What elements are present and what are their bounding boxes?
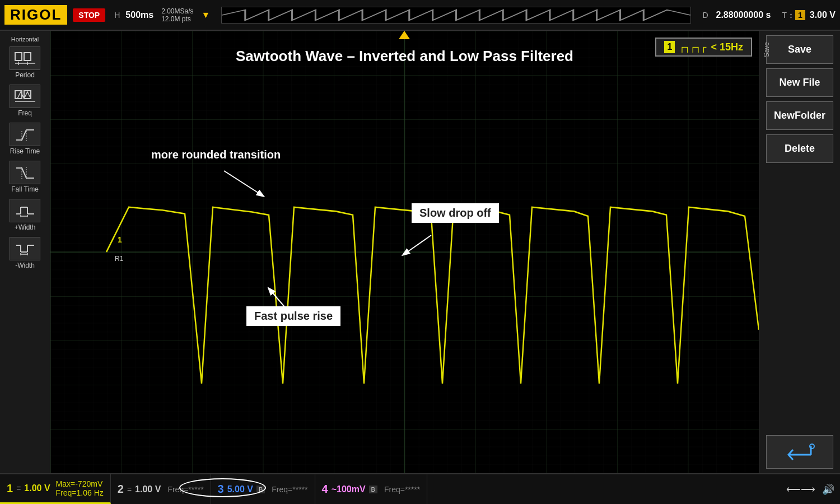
sidebar-item-period[interactable]: Period — [10, 46, 40, 79]
t-ch: 1 — [795, 10, 805, 20]
ch3-voltage: 5.00 V — [227, 484, 253, 494]
ch4-bandwidth: B — [369, 486, 377, 493]
sidebar-item-plus-width[interactable]: +Width — [10, 199, 40, 231]
ch1-freq-reading: Freq=1.06 Hz — [56, 488, 104, 497]
bottom-bar: 1 = 1.00 V Max=-720mV Freq=1.06 Hz 2 = 1… — [0, 473, 840, 504]
ch2-number: 2 — [118, 483, 124, 496]
freq-badge-symbol: ┌┐┌┐┌ — [679, 42, 706, 53]
delete-button[interactable]: Delete — [766, 134, 833, 163]
ch2-voltage: 1.00 V — [135, 484, 161, 494]
ch1-marker: 1 — [118, 235, 122, 244]
scope-grid — [50, 31, 759, 473]
fall-time-icon — [10, 161, 40, 184]
ch1-max-reading: Max=-720mV — [56, 479, 104, 488]
ch1-voltage: 1.00 V — [24, 483, 50, 493]
save-vertical-label: Save — [763, 42, 771, 57]
plus-width-icon — [10, 199, 40, 222]
ch1-number: 1 — [7, 482, 13, 495]
ch3-number: 3 — [218, 483, 224, 496]
ch4-freq-reading: Freq=***** — [384, 485, 420, 494]
svg-rect-1 — [24, 53, 31, 60]
sidebar-item-minus-width[interactable]: -Width — [10, 237, 40, 269]
ch4-voltage: ~100mV — [332, 484, 366, 494]
ch1-item[interactable]: 1 = 1.00 V Max=-720mV Freq=1.06 Hz — [0, 474, 111, 504]
sidebar-item-fall-time[interactable]: Fall Time — [10, 161, 40, 193]
topbar: RIGOL STOP H 500ms 2.00MSa/s 12.0M pts ▼… — [0, 0, 840, 31]
slow-drop-annotation: Slow drop off — [412, 203, 499, 223]
period-label: Period — [15, 71, 35, 79]
freq-badge: 1 ┌┐┌┐┌ < 15Hz — [655, 38, 752, 57]
freq-badge-value: < 15Hz — [711, 41, 743, 53]
freq-label: Freq — [18, 109, 32, 117]
plus-width-label: +Width — [15, 223, 36, 231]
sample-rate: 2.00MSa/s 12.0M pts — [161, 7, 193, 23]
ch3-item[interactable]: 3 5.00 V B Freq=***** — [211, 474, 315, 504]
rounded-annotation: more rounded transition — [151, 148, 281, 161]
rigol-logo: RIGOL — [4, 5, 67, 25]
t-section: T ↕ 1 3.00 V — [782, 10, 836, 20]
bottom-icons: ⟵⟶ 🔊 — [786, 474, 840, 504]
ch3-freq-reading: Freq=***** — [272, 485, 307, 494]
minus-width-label: -Width — [15, 262, 35, 269]
r1-marker: R1 — [115, 255, 123, 263]
sidebar-section-label: Horizontal — [11, 36, 39, 43]
new-file-button[interactable]: New File — [766, 68, 833, 97]
svg-line-9 — [22, 130, 26, 140]
rise-time-icon — [10, 123, 40, 146]
save-button[interactable]: Save — [766, 35, 833, 64]
period-icon — [10, 46, 40, 70]
t-arrow-icon: ↕ — [789, 11, 793, 20]
ch2-freq-reading: Freq=***** — [167, 485, 203, 494]
ch2-eq: = — [127, 485, 132, 494]
minus-width-icon — [10, 237, 40, 260]
freq-badge-ch: 1 — [664, 41, 675, 53]
usb-icon: ⟵⟶ — [786, 483, 815, 496]
ch3-bandwidth: B — [256, 486, 265, 493]
h-value: 500ms — [125, 10, 153, 20]
sidebar-item-freq[interactable]: Freq — [10, 85, 40, 117]
svg-line-14 — [22, 168, 26, 178]
ch1-eq: = — [16, 484, 21, 493]
fall-time-label: Fall Time — [11, 185, 39, 193]
t-value: 3.00 V — [810, 10, 836, 20]
enter-button[interactable] — [766, 435, 833, 469]
ch2-item[interactable]: 2 = 1.00 V Freq=***** — [111, 474, 211, 504]
right-sidebar: Save Save New File NewFolder Delete — [759, 31, 840, 473]
d-label: D — [702, 11, 708, 20]
rise-time-label: Rise Time — [10, 147, 40, 155]
ch4-item[interactable]: 4 ~100mV B Freq=***** — [315, 474, 428, 504]
trigger-icon: ▼ — [202, 10, 211, 20]
freq-icon — [10, 85, 40, 108]
d-value: 2.88000000 s — [716, 10, 771, 20]
svg-rect-0 — [15, 53, 22, 60]
main-area: Horizontal Period Freq Rise Time — [0, 31, 840, 473]
left-sidebar: Horizontal Period Freq Rise Time — [0, 31, 50, 473]
ch4-number: 4 — [322, 483, 328, 496]
h-label: H — [114, 11, 120, 20]
stop-button[interactable]: STOP — [73, 8, 105, 22]
t-label: T — [782, 11, 787, 20]
new-folder-button[interactable]: NewFolder — [766, 101, 833, 130]
volume-icon: 🔊 — [822, 483, 834, 496]
fast-rise-annotation: Fast pulse rise — [246, 306, 340, 326]
waveform-preview — [221, 7, 691, 24]
sidebar-item-rise-time[interactable]: Rise Time — [10, 123, 40, 155]
scope-display: Sawtooth Wave – Inverted and Low Pass Fi… — [50, 31, 759, 473]
